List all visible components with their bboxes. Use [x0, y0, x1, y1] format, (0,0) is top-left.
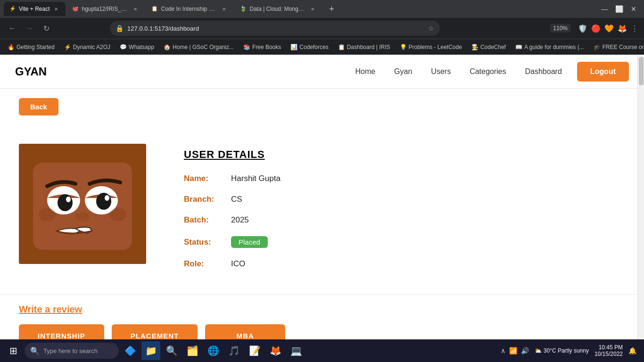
taskbar-app-chrome[interactable]: 🌐 — [204, 341, 223, 357]
close-window-button[interactable]: ✕ — [631, 5, 636, 13]
review-title[interactable]: Write a review — [19, 304, 625, 315]
bookmark-codeforces[interactable]: 📊 Codeforces — [287, 42, 332, 52]
bookmark-favicon-2: ⚡ — [64, 44, 71, 50]
logout-button[interactable]: Logout — [577, 62, 629, 82]
address-field[interactable]: 🔒 127.0.0.1:5173/dashboard ☆ — [110, 21, 440, 36]
bookmark-dynamic-a2oj[interactable]: ⚡ Dynamic A2OJ — [60, 42, 114, 52]
tray-network-icon[interactable]: 📶 — [509, 347, 517, 354]
bookmark-getting-started[interactable]: 🔥 Getting Started — [4, 42, 58, 52]
tab-close-vite[interactable]: ✕ — [52, 5, 60, 13]
extension-icon-4[interactable]: 🦊 — [618, 24, 627, 33]
taskbar-app-firefox[interactable]: 🦊 — [266, 341, 285, 357]
status-badge: Placed — [231, 236, 268, 248]
more-options-icon[interactable]: ⋮ — [631, 24, 638, 33]
taskbar-weather[interactable]: ⛅ 30°C Partly sunny — [535, 347, 589, 354]
tray-speaker-icon[interactable]: 🔊 — [521, 347, 529, 354]
zoom-badge[interactable]: 110% — [550, 24, 570, 33]
navbar: GYAN Home Gyan Users Categories Dashboar… — [0, 55, 644, 89]
nav-categories[interactable]: Categories — [470, 67, 506, 76]
taskbar-time[interactable]: 10:45 PM 10/15/2022 — [594, 344, 623, 357]
back-nav-button[interactable]: ← — [6, 22, 19, 35]
extension-icon-3[interactable]: 🧡 — [604, 24, 614, 33]
bookmark-favicon-10: 📖 — [515, 44, 522, 50]
bookmark-guide[interactable]: 📖 A guide for dummies (... — [512, 42, 588, 52]
taskbar-app-vscode[interactable]: 💻 — [287, 341, 305, 357]
nav-links: Home Gyan Users Categories Dashboard — [355, 67, 561, 76]
main-area: Back — [0, 89, 644, 134]
tab-code-internship[interactable]: 📋 Code In Internship Project - Go... ✕ — [146, 2, 233, 16]
extension-icon-2[interactable]: 🔴 — [591, 24, 601, 33]
bookmark-favicon-4: 🏠 — [164, 44, 171, 50]
window-controls: — ⬜ ✕ — [601, 5, 640, 13]
tab-bar: ⚡ Vite + React ✕ 🐙 hgupta12/IRIS_211CS13… — [0, 0, 644, 18]
tab-close-mongo[interactable]: ✕ — [309, 5, 316, 13]
tab-title-vite: Vite + React — [19, 6, 50, 12]
taskbar-app-explorer[interactable]: 📁 — [141, 341, 160, 357]
bookmark-codechef[interactable]: 👨‍🍳 CodeChef — [468, 42, 510, 52]
bookmark-label-5: Free Books — [252, 44, 281, 50]
avatar-svg — [19, 144, 146, 264]
new-tab-button[interactable]: + — [325, 2, 338, 16]
tab-close-code[interactable]: ✕ — [220, 5, 228, 13]
bookmark-label-1: Getting Started — [17, 44, 55, 50]
user-details-panel: USER DETAILS Name: Harshit Gupta Branch:… — [184, 144, 281, 280]
nav-dashboard[interactable]: Dashboard — [525, 67, 562, 76]
detail-row-name: Name: Harshit Gupta — [184, 174, 281, 183]
svg-point-7 — [105, 195, 109, 201]
notification-icon[interactable]: 🔔 — [628, 347, 636, 354]
tab-favicon-vite: ⚡ — [9, 6, 16, 12]
nav-gyan[interactable]: Gyan — [394, 67, 412, 76]
forward-nav-button[interactable]: → — [23, 22, 36, 35]
date-display: 10/15/2022 — [594, 351, 623, 357]
detail-label-status: Status: — [184, 238, 222, 247]
scrollbar[interactable] — [637, 56, 644, 357]
scrollbar-thumb[interactable] — [639, 57, 644, 85]
svg-point-4 — [58, 194, 73, 211]
bookmark-free-course[interactable]: 🎓 FREE Course on Dyna... — [590, 42, 644, 52]
bookmark-favicon-9: 👨‍🍳 — [471, 44, 479, 50]
bookmarks-bar: 🔥 Getting Started ⚡ Dynamic A2OJ 💬 Whats… — [0, 39, 644, 55]
time-display: 10:45 PM — [594, 344, 623, 351]
weather-icon: ⛅ — [535, 347, 542, 354]
refresh-button[interactable]: ↻ — [40, 22, 53, 35]
bookmark-label-6: Codeforces — [299, 44, 328, 50]
taskbar-app-search2[interactable]: 🔍 — [162, 341, 181, 357]
taskbar-search[interactable]: 🔍 Type here to search — [25, 343, 119, 357]
tab-vite-react[interactable]: ⚡ Vite + React ✕ — [4, 2, 66, 16]
user-details-title: USER DETAILS — [184, 148, 281, 161]
tab-mongodb[interactable]: 🍃 Data | Cloud: MongoDB Cloud ✕ — [234, 2, 322, 16]
bookmark-whatsapp[interactable]: 💬 Whatsapp — [116, 42, 158, 52]
sys-tray: ∧ 📶 🔊 — [501, 347, 529, 354]
taskbar-app-spotify[interactable]: 🎵 — [224, 341, 243, 357]
tab-close-github[interactable]: ✕ — [132, 5, 139, 13]
taskbar-app-widgets[interactable]: 🔷 — [121, 341, 140, 357]
detail-row-role: Role: ICO — [184, 259, 281, 269]
extension-icon-1[interactable]: 🛡️ — [578, 24, 587, 33]
nav-users[interactable]: Users — [431, 67, 451, 76]
back-button[interactable]: Back — [19, 98, 58, 115]
bookmark-iris-dashboard[interactable]: 📋 Dashboard | IRIS — [334, 42, 394, 52]
page-content: GYAN Home Gyan Users Categories Dashboar… — [0, 55, 644, 357]
taskbar-app-taskview[interactable]: 🗂️ — [183, 341, 202, 357]
brand-logo: GYAN — [15, 65, 47, 78]
detail-row-status: Status: Placed — [184, 236, 281, 248]
nav-home[interactable]: Home — [355, 67, 375, 76]
maximize-button[interactable]: ⬜ — [615, 5, 623, 13]
bookmark-gsoc[interactable]: 🏠 Home | GSoC Organiz... — [160, 42, 238, 52]
tray-up-icon[interactable]: ∧ — [501, 347, 505, 354]
tab-github[interactable]: 🐙 hgupta12/IRIS_211CS130_2_ME... ✕ — [66, 2, 145, 16]
detail-label-batch: Batch: — [184, 215, 222, 225]
taskbar-app-word[interactable]: 📝 — [245, 341, 264, 357]
detail-row-branch: Branch: CS — [184, 195, 281, 204]
svg-point-5 — [96, 193, 111, 210]
bookmark-leetcode[interactable]: 💡 Problems - LeetCode — [396, 42, 466, 52]
star-icon[interactable]: ☆ — [428, 25, 434, 32]
svg-point-10 — [109, 208, 126, 221]
address-bar-row: ← → ↻ 🔒 127.0.0.1:5173/dashboard ☆ 110% … — [0, 18, 644, 39]
minimize-button[interactable]: — — [601, 5, 608, 13]
detail-label-branch: Branch: — [184, 195, 222, 204]
bookmark-favicon-5: 📚 — [243, 44, 250, 50]
tab-title-mongo: Data | Cloud: MongoDB Cloud — [249, 6, 306, 12]
start-button[interactable]: ⊞ — [4, 341, 23, 357]
bookmark-free-books[interactable]: 📚 Free Books — [239, 42, 285, 52]
